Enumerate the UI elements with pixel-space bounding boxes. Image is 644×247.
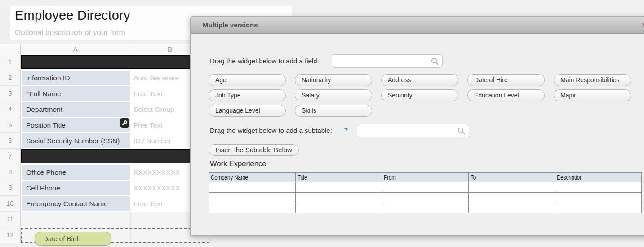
column-header-a[interactable]: A <box>21 44 130 54</box>
subtable-empty-cell <box>295 182 382 193</box>
subtable-empty-cell <box>555 182 642 193</box>
corner-header-cell <box>0 44 21 54</box>
field-widget-chip[interactable]: Nationality <box>295 74 372 86</box>
row-number[interactable]: 9 <box>0 180 21 196</box>
section-header-bar[interactable] <box>21 55 209 69</box>
field-widget-chip[interactable]: Seniority <box>381 89 458 101</box>
row-number[interactable]: 3 <box>0 86 21 101</box>
field-search-input[interactable] <box>336 55 429 67</box>
field-search-box <box>332 54 443 68</box>
subtable-header-cell: To <box>468 173 555 182</box>
subtable-search-box <box>357 124 469 137</box>
grid-row-11: 11 <box>0 212 209 227</box>
grid-row-8: 8Office PhoneXXXXXXXXXX <box>0 164 209 180</box>
subtable-header-cell: From <box>382 173 469 182</box>
insert-subtable-button[interactable]: Insert the Subtable Below <box>209 144 299 156</box>
field-label: Office Phone <box>26 168 66 176</box>
field-label-cell[interactable]: Emergency Contact Name <box>22 196 130 211</box>
row-number[interactable]: 6 <box>0 133 21 149</box>
field-label: Position Title <box>26 121 66 129</box>
field-label: Cell Phone <box>26 184 60 192</box>
field-widget-chip[interactable]: Date of Hire <box>467 74 545 86</box>
help-icon[interactable]: ? <box>344 126 348 134</box>
field-label-cell[interactable]: Department <box>22 102 130 117</box>
multiple-versions-dialog: Multiple versions × Drag the widget belo… <box>190 16 644 236</box>
row-number[interactable]: 4 <box>0 101 21 117</box>
subtable-header-cell: Company Name <box>209 173 296 182</box>
page: Employee Directory Optional description … <box>0 0 644 247</box>
field-label-cell[interactable]: Office Phone <box>22 165 130 180</box>
grid-row-2: 2Information IDAuto Generate <box>0 70 209 86</box>
field-label: Emergency Contact Name <box>26 200 108 207</box>
subtable-empty-cell <box>295 193 382 203</box>
subtable-empty-row <box>209 182 642 193</box>
field-widget-chip[interactable]: Main Responsibilities <box>554 74 631 86</box>
subtable-empty-cell <box>468 193 555 203</box>
field-widget-chip[interactable]: Job Type <box>209 89 286 101</box>
dialog-titlebar[interactable]: Multiple versions × <box>191 17 644 34</box>
grid-row-9: 9Cell PhoneXXXXXXXXXX <box>0 180 209 196</box>
row-number[interactable]: 8 <box>0 164 21 180</box>
subtable-column-label: From <box>384 174 396 181</box>
grid-row-4: 4DepartmentSelect Group <box>0 101 209 117</box>
field-widget-chip[interactable]: Salary <box>295 89 372 101</box>
empty-row-background[interactable] <box>21 212 209 227</box>
search-icon <box>457 127 465 135</box>
row-number[interactable]: 12 <box>0 227 21 243</box>
grid-line <box>130 212 131 227</box>
field-label: Social Security Number (SSN) <box>26 137 120 145</box>
grid-row-7: 7 <box>0 149 209 164</box>
subtable-column-label: Title <box>298 174 307 181</box>
row-number[interactable]: 2 <box>0 70 21 86</box>
subtable-empty-row <box>209 193 642 203</box>
subtable-empty-cell <box>382 193 469 203</box>
field-widget-chip[interactable]: Major <box>554 89 631 101</box>
subtable-empty-cell <box>468 182 555 193</box>
field-widget-chip[interactable]: Education Level <box>467 89 545 101</box>
row-number[interactable]: 11 <box>0 212 21 227</box>
field-widget-chip[interactable]: Language Level <box>209 105 286 117</box>
primary-key-badge[interactable] <box>120 118 129 128</box>
grid-row-3: 3*Full NameFree Text <box>0 86 209 101</box>
add-field-label: Drag the widget below to add a field: <box>210 57 319 65</box>
column-header-row: A B <box>0 44 209 54</box>
dialog-title: Multiple versions <box>203 17 258 34</box>
subtable-title: Work Experience <box>210 159 266 168</box>
field-widget-chip[interactable]: Age <box>209 74 286 86</box>
field-widget-list: AgeNationalityAddressDate of HireMain Re… <box>209 74 640 117</box>
field-label-cell[interactable]: Position Title <box>22 118 130 132</box>
field-label-cell[interactable]: Information ID <box>22 71 130 85</box>
row-number[interactable]: 10 <box>0 196 21 212</box>
grid-row-6: 6Social Security Number (SSN)ID / Number <box>0 133 209 149</box>
subtable-column-label: Company Name <box>211 174 248 181</box>
form-title[interactable]: Employee Directory <box>15 8 130 23</box>
field-label-cell[interactable]: Cell Phone <box>22 181 130 195</box>
subtable-search-input[interactable] <box>361 125 455 137</box>
form-description-placeholder[interactable]: Optional description of your form <box>15 28 125 37</box>
dragged-field-pill[interactable]: Date of Birth <box>35 232 111 246</box>
search-icon <box>431 57 439 65</box>
key-icon <box>122 120 128 126</box>
subtable-header-cell: Description <box>555 173 642 182</box>
subtable-empty-cell <box>209 193 296 203</box>
field-label-cell[interactable]: *Full Name <box>22 86 130 101</box>
subtable-empty-cell <box>382 203 469 213</box>
subtable-empty-row <box>209 203 642 213</box>
grid-row-10: 10Emergency Contact NameFree Text <box>0 196 209 212</box>
field-label: Information ID <box>26 74 70 82</box>
row-number[interactable]: 7 <box>0 149 21 164</box>
subtable-empty-cell <box>295 203 382 213</box>
field-widget-chip[interactable]: Skills <box>295 105 372 117</box>
subtable-preview: Company NameTitleFromToDescription <box>209 172 642 213</box>
subtable-empty-cell <box>209 182 296 193</box>
field-label-cell[interactable]: Social Security Number (SSN) <box>22 133 130 148</box>
subtable-empty-cell <box>555 203 642 213</box>
row-number[interactable]: 1 <box>0 54 21 70</box>
subtable-header-cell: Title <box>295 173 382 182</box>
section-header-bar[interactable] <box>21 149 209 163</box>
row-number[interactable]: 5 <box>0 117 21 133</box>
close-icon[interactable]: × <box>642 20 644 30</box>
subtable-column-label: To <box>471 174 476 181</box>
add-subtable-label: Drag the widget below to add a subtable: <box>210 127 332 134</box>
field-widget-chip[interactable]: Address <box>381 74 458 86</box>
